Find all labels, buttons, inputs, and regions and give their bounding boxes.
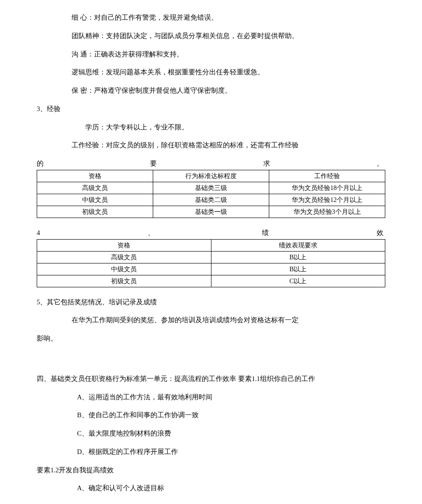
table-row: 高级文员 B以上: [37, 251, 385, 263]
comp-text: 正确表达并获得理解和支持。: [94, 50, 183, 58]
table-row: 初级文员 基础类一级 华为文员经验3个月以上: [37, 206, 385, 218]
table-row: 初级文员 C以上: [37, 275, 385, 287]
char: 要: [150, 159, 157, 169]
cell: 初级文员: [37, 275, 211, 287]
comp-text: 支持团队决定，与团队成员分享相关信息，在必要时提供帮助。: [106, 32, 299, 39]
element-1-2-heading: 要素1.2开发自我提高绩效: [37, 465, 385, 476]
competency-list: 细 心：对自己的工作有警觉，发现并避免错误。 团队精神：支持团队决定，与团队成员…: [37, 13, 385, 96]
cell: 初级文员: [37, 206, 153, 218]
cell: B以上: [211, 263, 385, 275]
competency-item: 沟 通：正确表达并获得理解和支持。: [37, 50, 385, 60]
comp-label: 沟 通：: [72, 50, 94, 58]
competency-item: 逻辑思维：发现问题基本关系，根据重要性分出任务轻重缓急。: [37, 67, 385, 78]
table-header-row: 资格 绩效表现要求: [37, 239, 385, 251]
cell: 中级文员: [37, 263, 211, 275]
qualification-table: 资格 行为标准达标程度 工作经验 高级文员 基础类三级 华为文员经验18个月以上…: [37, 170, 385, 218]
section3-heading: 3、经验: [37, 104, 385, 114]
cell: 高级文员: [37, 182, 153, 194]
char: 的: [37, 159, 44, 169]
table-row: 高级文员 基础类三级 华为文员经验18个月以上: [37, 182, 385, 194]
cell: 高级文员: [37, 251, 211, 263]
char: 效: [377, 228, 383, 238]
char: 绩: [262, 228, 269, 238]
education-line: 学历：大学专科以上，专业不限。: [37, 123, 385, 133]
list-item: A、运用适当的工作方法，最有效地利用时间: [37, 392, 385, 403]
competency-item: 团队精神：支持团队决定，与团队成员分享相关信息，在必要时提供帮助。: [37, 31, 385, 41]
list-item: C、最大限度地控制材料的浪费: [37, 429, 385, 439]
comp-text: 发现问题基本关系，根据重要性分出任务轻重缓急。: [106, 68, 264, 76]
col-header: 资格: [37, 239, 211, 251]
cell: 基础类三级: [153, 182, 269, 194]
comp-label: 逻辑思维：: [72, 68, 106, 76]
col-header: 行为标准达标程度: [153, 170, 269, 182]
cell: 基础类二级: [153, 194, 269, 206]
char: 求: [263, 159, 270, 169]
comp-text: 严格遵守保密制度并督促他人遵守保密制度。: [94, 87, 232, 94]
section4-heading: 4 、 绩 效: [37, 228, 385, 238]
section-iv-heading: 四、基础类文员任职资格行为标准第一单元：提高流程的工作效率 要素1.1组织你自己…: [37, 374, 385, 384]
col-header: 绩效表现要求: [211, 239, 385, 251]
char: 、: [148, 228, 155, 238]
element-1-1-list: A、运用适当的工作方法，最有效地利用时间 B、使自己的工作和同事的工作协调一致 …: [37, 392, 385, 457]
char: 。: [377, 159, 383, 169]
document-page: 细 心：对自己的工作有警觉，发现并避免错误。 团队精神：支持团队决定，与团队成员…: [0, 0, 422, 504]
list-item: B、使自己的工作和同事的工作协调一致: [37, 410, 385, 420]
comp-text: 对自己的工作有警觉，发现并避免错误。: [94, 14, 218, 21]
section5-body: 在华为工作期间受到的奖惩、参加的培训及培训成绩均会对资格达标有一定: [37, 315, 385, 325]
table-row: 中级文员 B以上: [37, 263, 385, 275]
cell: 中级文员: [37, 194, 153, 206]
workexp-continuation: 的 要 求 。: [37, 159, 385, 169]
comp-label: 保 密：: [72, 87, 94, 94]
cell: 华为文员经验3个月以上: [269, 206, 385, 218]
competency-item: 保 密：严格遵守保密制度并督促他人遵守保密制度。: [37, 86, 385, 96]
col-header: 资格: [37, 170, 153, 182]
cell: 基础类一级: [153, 206, 269, 218]
list-item: D、根据既定的工作程序开展工作: [37, 447, 385, 457]
comp-label: 团队精神：: [72, 32, 106, 39]
cell: C以上: [211, 275, 385, 287]
col-header: 工作经验: [269, 170, 385, 182]
element-1-2-list: A、确定和认可个人改进目标: [37, 483, 385, 493]
performance-table: 资格 绩效表现要求 高级文员 B以上 中级文员 B以上 初级文员 C以上: [37, 239, 385, 287]
competency-item: 细 心：对自己的工作有警觉，发现并避免错误。: [37, 13, 385, 23]
list-item: A、确定和认可个人改进目标: [37, 483, 385, 493]
workexp-intro: 工作经验：对应文员的级别，除任职资格需达相应的标准，还需有工作经验: [37, 140, 385, 151]
cell: 华为文员经验12个月以上: [269, 194, 385, 206]
char: 4: [37, 228, 40, 238]
table-row: 中级文员 基础类二级 华为文员经验12个月以上: [37, 194, 385, 206]
table-header-row: 资格 行为标准达标程度 工作经验: [37, 170, 385, 182]
section5-body-cont: 影响。: [37, 334, 385, 344]
section5-heading: 5、其它包括奖惩情况、培训记录及成绩: [37, 297, 385, 308]
cell: 华为文员经验18个月以上: [269, 182, 385, 194]
comp-label: 细 心：: [72, 14, 94, 21]
cell: B以上: [211, 251, 385, 263]
